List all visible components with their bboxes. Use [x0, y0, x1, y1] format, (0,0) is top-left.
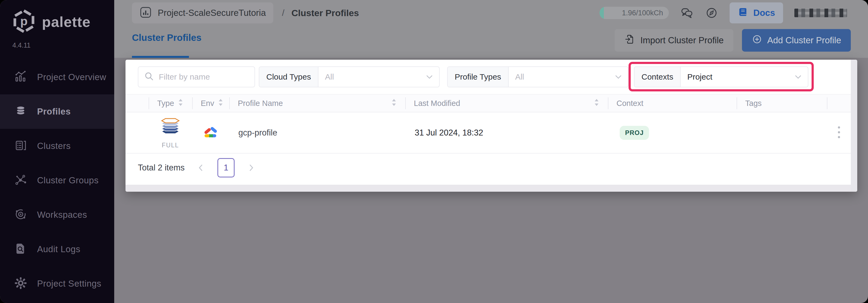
- docs-button-label: Docs: [753, 8, 775, 18]
- sidebar-item-profiles[interactable]: Profiles: [0, 94, 114, 129]
- search-box: [138, 66, 255, 87]
- search-icon: [144, 71, 155, 83]
- sidebar-item-clusters[interactable]: Clusters: [0, 129, 114, 163]
- docs-button[interactable]: Docs: [730, 2, 783, 23]
- column-label: Type: [157, 99, 174, 108]
- column-label: Tags: [745, 99, 762, 108]
- context-badge: PROJ: [620, 126, 649, 140]
- breadcrumb-project: Project-ScaleSecureTutoria: [158, 8, 266, 18]
- cloud-types-label: Cloud Types: [259, 67, 318, 87]
- doc-search-icon: [14, 242, 27, 256]
- usage-badge[interactable]: 1.96/100kCh: [599, 7, 669, 19]
- tab-active-underline: [132, 56, 189, 58]
- import-button-label: Import Cluster Profile: [640, 35, 724, 46]
- cell-context: PROJ: [608, 126, 737, 140]
- sidebar-item-cluster-groups[interactable]: Cluster Groups: [0, 163, 114, 198]
- plus-circle-icon: [752, 34, 763, 47]
- pagination: Total 2 items 1: [125, 153, 857, 182]
- add-cluster-profile-button[interactable]: Add Cluster Profile: [742, 29, 851, 52]
- network-icon: [14, 173, 27, 188]
- sort-icon: [594, 99, 599, 108]
- content-panel: Cloud Types All Profile Types All Contex…: [125, 60, 857, 192]
- sidebar-item-label: Clusters: [37, 141, 71, 151]
- kebab-menu-icon: [838, 126, 840, 140]
- column-label: Profile Name: [238, 99, 283, 108]
- prev-page-icon[interactable]: [197, 163, 205, 172]
- sidebar-item-audit-logs[interactable]: Audit Logs: [0, 232, 114, 267]
- sidebar-item-label: Project Overview: [37, 72, 106, 82]
- full-stack-icon: [157, 116, 183, 140]
- table-row[interactable]: FULL gcp-profile 31 Jul 2024, 18:32 PROJ: [125, 112, 857, 153]
- gear-icon: [14, 276, 27, 291]
- chevron-down-icon: [794, 67, 808, 87]
- column-header-env[interactable]: Env: [192, 97, 229, 109]
- table-header: Type Env Profile Name Last Modified Cont…: [125, 94, 857, 112]
- panel-footer-strip: [125, 185, 851, 192]
- sidebar-item-label: Workspaces: [37, 210, 87, 220]
- profile-types-value: All: [509, 67, 615, 87]
- topbar-actions: 1.96/100kCh: [599, 2, 868, 23]
- sidebar-item-project-overview[interactable]: Project Overview: [0, 60, 114, 94]
- column-header-profile-name[interactable]: Profile Name: [229, 97, 405, 109]
- compass-icon[interactable]: [705, 6, 718, 20]
- sidebar-nav: Project Overview Profiles: [0, 60, 114, 301]
- sort-icon: [179, 99, 183, 108]
- column-header-actions: [827, 97, 851, 109]
- cell-last-modified: 31 Jul 2024, 18:32: [405, 128, 608, 138]
- topbar: Project-ScaleSecureTutoria / Cluster Pro…: [114, 0, 868, 26]
- brand: p palette: [0, 0, 114, 34]
- cell-profile-name[interactable]: gcp-profile: [229, 128, 405, 138]
- import-cluster-profile-button[interactable]: Import Cluster Profile: [615, 29, 733, 52]
- page-header: Cluster Profiles Import Cluster Profile: [114, 26, 868, 58]
- page-number-box[interactable]: 1: [217, 158, 235, 177]
- page-header-actions: Import Cluster Profile Add Cluster Profi…: [615, 29, 851, 52]
- bar-chart-icon: [14, 70, 27, 84]
- filters-row: Cloud Types All Profile Types All Contex…: [125, 60, 857, 94]
- column-header-context[interactable]: Context: [608, 97, 737, 109]
- sidebar-item-label: Project Settings: [37, 278, 101, 289]
- cell-profile-type: FULL: [149, 116, 192, 149]
- cloud-types-filter[interactable]: Cloud Types All: [259, 66, 440, 87]
- pagination-total: Total 2 items: [138, 163, 185, 173]
- search-input[interactable]: [158, 72, 249, 82]
- usage-badge-text: 1.96/100kCh: [622, 9, 663, 17]
- cell-env: [192, 126, 229, 140]
- column-header-tags[interactable]: Tags: [737, 97, 827, 109]
- breadcrumb-chart-icon: [140, 6, 152, 20]
- profile-types-label: Profile Types: [448, 67, 509, 87]
- sidebar-item-workspaces[interactable]: Workspaces: [0, 198, 114, 232]
- user-menu-redacted[interactable]: [794, 9, 847, 17]
- server-icon: [14, 139, 27, 153]
- scrollbar-gutter[interactable]: [851, 60, 857, 192]
- contexts-label: Contexts: [634, 67, 681, 87]
- contexts-value: Project: [681, 67, 794, 87]
- orbit-icon: [14, 208, 27, 222]
- book-icon: [738, 7, 749, 19]
- brand-name: palette: [42, 13, 91, 30]
- row-actions[interactable]: [827, 126, 851, 140]
- sidebar-item-label: Cluster Groups: [37, 175, 99, 185]
- cloud-types-value: All: [318, 67, 426, 87]
- contexts-filter[interactable]: Contexts Project: [634, 66, 808, 87]
- sidebar: p palette 4.4.11 Project Overview: [0, 0, 114, 303]
- column-label: Last Modified: [414, 99, 460, 108]
- column-header-last-modified[interactable]: Last Modified: [405, 97, 608, 109]
- svg-text:p: p: [20, 14, 28, 28]
- add-button-label: Add Cluster Profile: [767, 35, 841, 46]
- palette-logo-icon: p: [12, 9, 36, 34]
- import-file-icon: [624, 34, 636, 47]
- chat-icon[interactable]: [680, 6, 693, 20]
- column-header-type[interactable]: Type: [149, 97, 192, 109]
- layers-icon: [14, 104, 27, 119]
- next-page-icon[interactable]: [248, 163, 254, 172]
- column-label: Context: [617, 99, 643, 108]
- sidebar-item-project-settings[interactable]: Project Settings: [0, 267, 114, 301]
- chevron-down-icon: [615, 67, 628, 87]
- tab-cluster-profiles[interactable]: Cluster Profiles: [132, 32, 202, 43]
- column-label: Env: [201, 99, 214, 108]
- profile-types-filter[interactable]: Profile Types All: [447, 66, 628, 87]
- sidebar-item-label: Audit Logs: [37, 244, 80, 254]
- gcp-cloud-icon: [203, 126, 218, 140]
- breadcrumb[interactable]: Project-ScaleSecureTutoria: [132, 2, 273, 23]
- profile-type-label: FULL: [162, 142, 179, 149]
